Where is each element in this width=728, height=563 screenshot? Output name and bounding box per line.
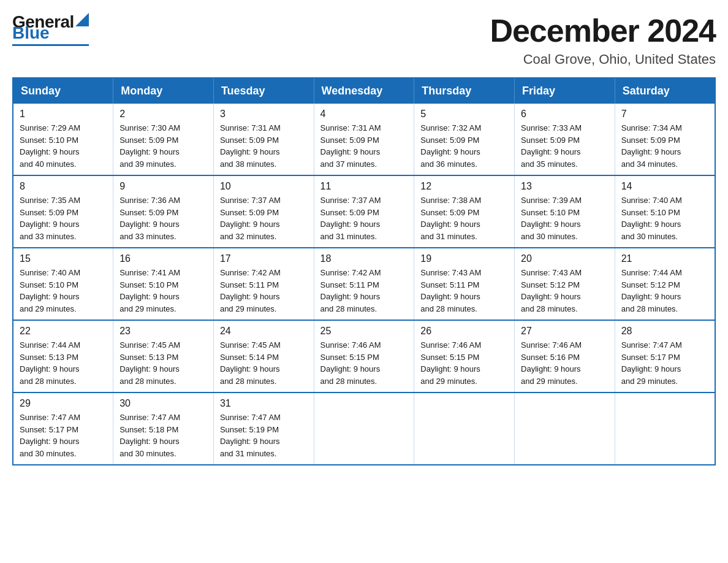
calendar-cell: 18 Sunrise: 7:42 AM Sunset: 5:11 PM Dayl…	[314, 248, 414, 320]
day-number: 16	[119, 253, 207, 264]
day-info: Sunrise: 7:36 AM Sunset: 5:09 PM Dayligh…	[119, 194, 207, 242]
day-number: 1	[20, 109, 107, 120]
day-info: Sunrise: 7:40 AM Sunset: 5:10 PM Dayligh…	[621, 194, 708, 242]
day-info: Sunrise: 7:41 AM Sunset: 5:10 PM Dayligh…	[119, 267, 207, 315]
day-info: Sunrise: 7:46 AM Sunset: 5:15 PM Dayligh…	[320, 339, 408, 387]
day-number: 30	[119, 398, 207, 409]
calendar-cell: 1 Sunrise: 7:29 AM Sunset: 5:10 PM Dayli…	[13, 104, 113, 175]
day-number: 9	[119, 181, 207, 192]
day-number: 24	[220, 326, 308, 337]
calendar-cell: 16 Sunrise: 7:41 AM Sunset: 5:10 PM Dayl…	[113, 248, 214, 320]
logo-underline	[12, 44, 89, 46]
day-number: 3	[220, 109, 308, 120]
day-info: Sunrise: 7:34 AM Sunset: 5:09 PM Dayligh…	[621, 122, 708, 170]
day-info: Sunrise: 7:42 AM Sunset: 5:11 PM Dayligh…	[220, 267, 308, 315]
calendar-cell	[615, 393, 715, 465]
calendar-cell: 24 Sunrise: 7:45 AM Sunset: 5:14 PM Dayl…	[213, 320, 314, 393]
day-number: 8	[20, 181, 107, 192]
day-number: 31	[220, 398, 308, 409]
day-info: Sunrise: 7:32 AM Sunset: 5:09 PM Dayligh…	[420, 122, 508, 170]
day-number: 10	[220, 181, 308, 192]
day-number: 22	[20, 326, 107, 337]
calendar-cell	[414, 393, 515, 465]
day-number: 12	[420, 181, 508, 192]
day-info: Sunrise: 7:35 AM Sunset: 5:09 PM Dayligh…	[20, 194, 107, 242]
day-info: Sunrise: 7:44 AM Sunset: 5:13 PM Dayligh…	[20, 339, 107, 387]
calendar-cell: 26 Sunrise: 7:46 AM Sunset: 5:15 PM Dayl…	[414, 320, 515, 393]
calendar-week-row: 1 Sunrise: 7:29 AM Sunset: 5:10 PM Dayli…	[13, 104, 715, 175]
day-info: Sunrise: 7:47 AM Sunset: 5:17 PM Dayligh…	[621, 339, 708, 387]
calendar-subtitle: Coal Grove, Ohio, United States	[490, 52, 716, 67]
calendar-cell	[314, 393, 414, 465]
calendar-cell: 23 Sunrise: 7:45 AM Sunset: 5:13 PM Dayl…	[113, 320, 214, 393]
day-info: Sunrise: 7:38 AM Sunset: 5:09 PM Dayligh…	[420, 194, 508, 242]
day-info: Sunrise: 7:47 AM Sunset: 5:17 PM Dayligh…	[20, 412, 107, 459]
day-number: 19	[420, 253, 508, 264]
day-info: Sunrise: 7:37 AM Sunset: 5:09 PM Dayligh…	[220, 194, 308, 242]
day-number: 23	[119, 326, 207, 337]
logo-blue-text: Blue	[12, 23, 50, 43]
day-number: 5	[420, 109, 508, 120]
calendar-cell: 29 Sunrise: 7:47 AM Sunset: 5:17 PM Dayl…	[13, 393, 113, 465]
calendar-header-thursday: Thursday	[414, 78, 515, 104]
calendar-cell: 14 Sunrise: 7:40 AM Sunset: 5:10 PM Dayl…	[615, 175, 715, 248]
calendar-cell: 31 Sunrise: 7:47 AM Sunset: 5:19 PM Dayl…	[213, 393, 314, 465]
day-info: Sunrise: 7:42 AM Sunset: 5:11 PM Dayligh…	[320, 267, 408, 315]
calendar-header-monday: Monday	[113, 78, 214, 104]
calendar-cell: 28 Sunrise: 7:47 AM Sunset: 5:17 PM Dayl…	[615, 320, 715, 393]
calendar-cell: 25 Sunrise: 7:46 AM Sunset: 5:15 PM Dayl…	[314, 320, 414, 393]
calendar-cell: 27 Sunrise: 7:46 AM Sunset: 5:16 PM Dayl…	[515, 320, 615, 393]
calendar-cell: 15 Sunrise: 7:40 AM Sunset: 5:10 PM Dayl…	[13, 248, 113, 320]
header: General Blue December 2024 Coal Grove, O…	[12, 12, 716, 67]
day-info: Sunrise: 7:45 AM Sunset: 5:14 PM Dayligh…	[220, 339, 308, 387]
calendar-header-sunday: Sunday	[13, 78, 113, 104]
day-info: Sunrise: 7:43 AM Sunset: 5:11 PM Dayligh…	[420, 267, 508, 315]
calendar-cell: 7 Sunrise: 7:34 AM Sunset: 5:09 PM Dayli…	[615, 104, 715, 175]
calendar-title: December 2024	[490, 12, 716, 49]
title-area: December 2024 Coal Grove, Ohio, United S…	[490, 12, 716, 67]
day-number: 4	[320, 109, 408, 120]
day-info: Sunrise: 7:44 AM Sunset: 5:12 PM Dayligh…	[621, 267, 708, 315]
day-info: Sunrise: 7:47 AM Sunset: 5:19 PM Dayligh…	[220, 412, 308, 459]
day-number: 28	[621, 326, 708, 337]
day-number: 17	[220, 253, 308, 264]
calendar-header-saturday: Saturday	[615, 78, 715, 104]
calendar-cell: 6 Sunrise: 7:33 AM Sunset: 5:09 PM Dayli…	[515, 104, 615, 175]
calendar-header-friday: Friday	[515, 78, 615, 104]
day-info: Sunrise: 7:33 AM Sunset: 5:09 PM Dayligh…	[521, 122, 609, 170]
calendar-cell: 10 Sunrise: 7:37 AM Sunset: 5:09 PM Dayl…	[213, 175, 314, 248]
day-info: Sunrise: 7:46 AM Sunset: 5:15 PM Dayligh…	[420, 339, 508, 387]
calendar-cell: 4 Sunrise: 7:31 AM Sunset: 5:09 PM Dayli…	[314, 104, 414, 175]
logo: General Blue	[12, 12, 89, 46]
day-number: 7	[621, 109, 708, 120]
day-info: Sunrise: 7:39 AM Sunset: 5:10 PM Dayligh…	[521, 194, 609, 242]
calendar-cell: 5 Sunrise: 7:32 AM Sunset: 5:09 PM Dayli…	[414, 104, 515, 175]
calendar-cell: 2 Sunrise: 7:30 AM Sunset: 5:09 PM Dayli…	[113, 104, 214, 175]
day-number: 2	[119, 109, 207, 120]
day-info: Sunrise: 7:43 AM Sunset: 5:12 PM Dayligh…	[521, 267, 609, 315]
calendar-cell	[515, 393, 615, 465]
calendar-cell: 21 Sunrise: 7:44 AM Sunset: 5:12 PM Dayl…	[615, 248, 715, 320]
day-number: 15	[20, 253, 107, 264]
calendar-cell: 22 Sunrise: 7:44 AM Sunset: 5:13 PM Dayl…	[13, 320, 113, 393]
day-number: 11	[320, 181, 408, 192]
day-number: 29	[20, 398, 107, 409]
calendar-week-row: 29 Sunrise: 7:47 AM Sunset: 5:17 PM Dayl…	[13, 393, 715, 465]
day-number: 25	[320, 326, 408, 337]
calendar-cell: 17 Sunrise: 7:42 AM Sunset: 5:11 PM Dayl…	[213, 248, 314, 320]
day-info: Sunrise: 7:40 AM Sunset: 5:10 PM Dayligh…	[20, 267, 107, 315]
calendar-week-row: 15 Sunrise: 7:40 AM Sunset: 5:10 PM Dayl…	[13, 248, 715, 320]
logo-triangle-icon	[75, 13, 89, 26]
calendar-cell: 8 Sunrise: 7:35 AM Sunset: 5:09 PM Dayli…	[13, 175, 113, 248]
day-info: Sunrise: 7:47 AM Sunset: 5:18 PM Dayligh…	[119, 412, 207, 459]
day-number: 18	[320, 253, 408, 264]
calendar-cell: 9 Sunrise: 7:36 AM Sunset: 5:09 PM Dayli…	[113, 175, 214, 248]
day-number: 14	[621, 181, 708, 192]
calendar-week-row: 22 Sunrise: 7:44 AM Sunset: 5:13 PM Dayl…	[13, 320, 715, 393]
svg-marker-0	[75, 13, 89, 26]
calendar-cell: 13 Sunrise: 7:39 AM Sunset: 5:10 PM Dayl…	[515, 175, 615, 248]
day-number: 26	[420, 326, 508, 337]
day-info: Sunrise: 7:30 AM Sunset: 5:09 PM Dayligh…	[119, 122, 207, 170]
calendar-cell: 12 Sunrise: 7:38 AM Sunset: 5:09 PM Dayl…	[414, 175, 515, 248]
calendar-header-row: SundayMondayTuesdayWednesdayThursdayFrid…	[13, 78, 715, 104]
